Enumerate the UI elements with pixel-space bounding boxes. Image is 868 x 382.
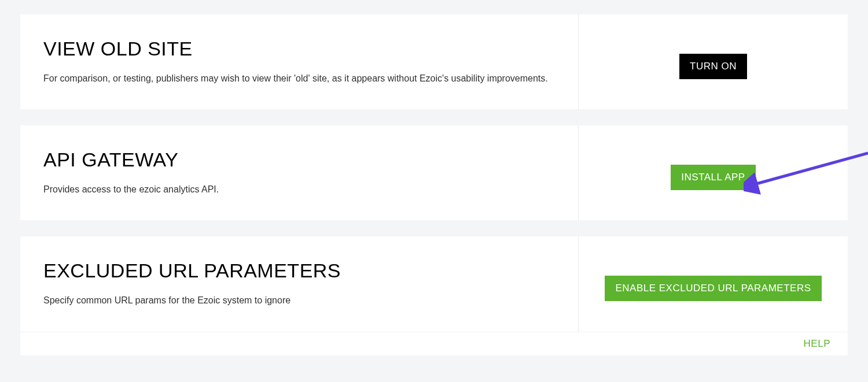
- setting-card-excluded-url-parameters: EXCLUDED URL PARAMETERS Specify common U…: [20, 236, 848, 331]
- card-info: EXCLUDED URL PARAMETERS Specify common U…: [20, 236, 579, 331]
- help-link[interactable]: HELP: [804, 338, 830, 349]
- card-action-area: INSTALL APP: [579, 125, 848, 220]
- enable-excluded-url-parameters-button[interactable]: ENABLE EXCLUDED URL PARAMETERS: [605, 276, 821, 301]
- card-title: API GATEWAY: [43, 149, 555, 171]
- setting-card-view-old-site: VIEW OLD SITE For comparison, or testing…: [20, 14, 848, 109]
- card-description: Provides access to the ezoic analytics A…: [43, 181, 555, 197]
- card-description: Specify common URL params for the Ezoic …: [43, 292, 555, 308]
- card-info: VIEW OLD SITE For comparison, or testing…: [20, 14, 579, 109]
- card-info: API GATEWAY Provides access to the ezoic…: [20, 125, 579, 220]
- setting-card-api-gateway: API GATEWAY Provides access to the ezoic…: [20, 125, 848, 220]
- card-title: EXCLUDED URL PARAMETERS: [43, 259, 555, 282]
- install-app-button[interactable]: INSTALL APP: [671, 165, 755, 190]
- card-action-area: TURN ON: [579, 14, 848, 109]
- card-title: VIEW OLD SITE: [43, 38, 555, 60]
- help-bar: HELP: [20, 332, 848, 355]
- turn-on-button[interactable]: TURN ON: [679, 54, 747, 79]
- card-action-area: ENABLE EXCLUDED URL PARAMETERS: [579, 236, 848, 331]
- card-description: For comparison, or testing, publishers m…: [43, 71, 555, 86]
